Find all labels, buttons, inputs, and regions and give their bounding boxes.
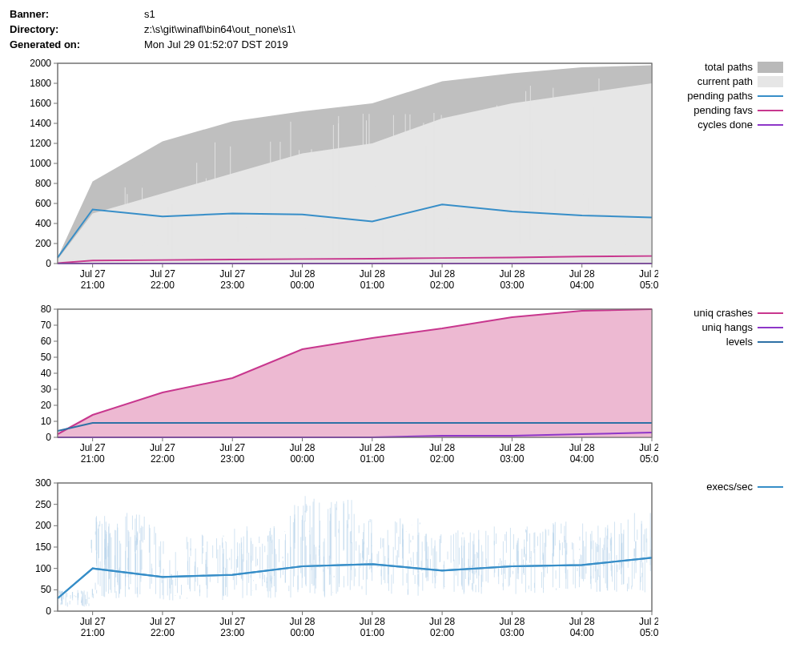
- meta-generated-label: Generated on:: [10, 37, 144, 52]
- legend-paths: total paths current path pending paths p…: [673, 57, 783, 132]
- svg-text:1600: 1600: [30, 98, 51, 109]
- svg-text:22:00: 22:00: [151, 280, 175, 291]
- swatch-pending-favs: [758, 105, 783, 116]
- svg-text:04:00: 04:00: [570, 280, 594, 291]
- svg-text:1000: 1000: [30, 158, 51, 169]
- swatch-pending-paths: [758, 91, 783, 102]
- chart-execs-svg: 050100150200250300Jul 2721:00Jul 2722:00…: [10, 477, 658, 645]
- svg-text:20: 20: [41, 400, 52, 411]
- svg-text:22:00: 22:00: [151, 453, 175, 465]
- svg-text:Jul 27: Jul 27: [219, 442, 245, 453]
- swatch-levels: [758, 336, 783, 348]
- chart-crashes-svg: 01020304050607080Jul 2721:00Jul 2722:00J…: [10, 303, 658, 471]
- svg-text:03:00: 03:00: [500, 453, 524, 465]
- chart-crashes: 01020304050607080Jul 2721:00Jul 2722:00J…: [10, 303, 658, 473]
- svg-text:Jul 27: Jul 27: [150, 268, 175, 280]
- svg-text:Jul 28: Jul 28: [290, 268, 316, 280]
- svg-text:200: 200: [35, 238, 51, 249]
- swatch-execs-sec: [758, 481, 783, 493]
- svg-text:Jul 27: Jul 27: [80, 616, 106, 627]
- svg-text:Jul 27: Jul 27: [219, 268, 245, 280]
- svg-text:Jul 27: Jul 27: [150, 616, 175, 627]
- svg-text:60: 60: [41, 336, 52, 347]
- svg-text:04:00: 04:00: [570, 453, 594, 465]
- svg-text:23:00: 23:00: [220, 627, 244, 638]
- svg-text:50: 50: [41, 352, 52, 363]
- svg-text:200: 200: [35, 520, 51, 531]
- svg-text:Jul 28: Jul 28: [429, 442, 455, 453]
- legend-uniq-crashes: uniq crashes: [673, 306, 783, 320]
- svg-text:03:00: 03:00: [500, 627, 524, 638]
- svg-text:23:00: 23:00: [220, 453, 244, 465]
- svg-text:Jul 28: Jul 28: [429, 616, 455, 627]
- svg-text:02:00: 02:00: [430, 627, 454, 638]
- svg-text:300: 300: [35, 477, 51, 489]
- svg-text:Jul 28: Jul 28: [360, 442, 385, 453]
- svg-text:21:00: 21:00: [81, 627, 105, 638]
- legend-pending-paths: pending paths: [673, 89, 783, 103]
- svg-text:70: 70: [41, 320, 52, 331]
- chart-row-crashes: 01020304050607080Jul 2721:00Jul 2722:00J…: [10, 303, 802, 473]
- svg-text:Jul 28: Jul 28: [639, 268, 658, 280]
- meta-banner-label: Banner:: [10, 6, 144, 22]
- chart-paths-svg: 0200400600800100012001400160018002000Jul…: [10, 57, 658, 297]
- svg-text:Jul 27: Jul 27: [80, 268, 106, 280]
- swatch-cycles-done: [758, 119, 783, 131]
- svg-text:150: 150: [35, 541, 51, 553]
- svg-text:00:00: 00:00: [291, 280, 315, 291]
- svg-text:05:00: 05:00: [640, 627, 658, 638]
- legend-levels: levels: [673, 335, 783, 349]
- legend-current-path: current path: [673, 74, 783, 89]
- svg-text:22:00: 22:00: [151, 627, 175, 638]
- svg-text:600: 600: [35, 198, 51, 209]
- svg-text:21:00: 21:00: [81, 280, 105, 291]
- svg-text:0: 0: [46, 258, 51, 269]
- svg-text:100: 100: [35, 563, 51, 574]
- legend-crashes: uniq crashes uniq hangs levels: [673, 303, 783, 349]
- svg-text:05:00: 05:00: [640, 280, 658, 291]
- legend-execs-sec: execs/sec: [673, 480, 783, 494]
- afl-plot-report: Banner: s1 Directory: z:\s\git\winafl\bi…: [0, 0, 812, 660]
- swatch-current-path: [758, 76, 783, 87]
- chart-row-execs: 050100150200250300Jul 2721:00Jul 2722:00…: [10, 477, 802, 647]
- svg-text:04:00: 04:00: [570, 627, 594, 638]
- svg-text:02:00: 02:00: [430, 453, 454, 465]
- svg-text:Jul 28: Jul 28: [499, 268, 525, 280]
- svg-text:Jul 28: Jul 28: [499, 442, 525, 453]
- svg-text:400: 400: [35, 218, 51, 229]
- meta-generated-value: Mon Jul 29 01:52:07 DST 2019: [144, 37, 302, 52]
- svg-text:01:00: 01:00: [360, 280, 384, 291]
- svg-text:05:00: 05:00: [640, 453, 658, 465]
- chart-paths: 0200400600800100012001400160018002000Jul…: [10, 57, 658, 300]
- svg-text:40: 40: [41, 368, 52, 379]
- svg-text:01:00: 01:00: [360, 453, 384, 465]
- legend-total-paths: total paths: [673, 60, 783, 74]
- svg-text:30: 30: [41, 384, 52, 395]
- svg-text:Jul 27: Jul 27: [150, 442, 175, 453]
- svg-text:Jul 28: Jul 28: [569, 268, 595, 280]
- svg-text:Jul 28: Jul 28: [639, 616, 658, 627]
- swatch-total-paths: [758, 62, 783, 73]
- svg-text:800: 800: [35, 178, 51, 189]
- svg-text:23:00: 23:00: [220, 280, 244, 291]
- legend-pending-favs: pending favs: [673, 103, 783, 118]
- svg-text:Jul 28: Jul 28: [499, 616, 525, 627]
- svg-text:Jul 27: Jul 27: [80, 442, 106, 453]
- svg-text:02:00: 02:00: [430, 280, 454, 291]
- svg-text:Jul 28: Jul 28: [639, 442, 658, 453]
- svg-text:Jul 28: Jul 28: [360, 268, 385, 280]
- legend-execs: execs/sec: [673, 477, 783, 494]
- meta-directory-label: Directory:: [10, 22, 144, 37]
- svg-text:1200: 1200: [30, 138, 51, 149]
- svg-text:1400: 1400: [30, 118, 51, 129]
- swatch-uniq-hangs: [758, 322, 783, 333]
- svg-text:Jul 28: Jul 28: [290, 616, 316, 627]
- svg-text:00:00: 00:00: [291, 627, 315, 638]
- svg-text:0: 0: [46, 432, 51, 443]
- svg-text:10: 10: [41, 416, 52, 427]
- svg-text:Jul 28: Jul 28: [429, 268, 455, 280]
- chart-execs: 050100150200250300Jul 2721:00Jul 2722:00…: [10, 477, 658, 647]
- svg-text:03:00: 03:00: [500, 280, 524, 291]
- svg-text:0: 0: [46, 606, 51, 617]
- svg-text:2000: 2000: [30, 58, 51, 69]
